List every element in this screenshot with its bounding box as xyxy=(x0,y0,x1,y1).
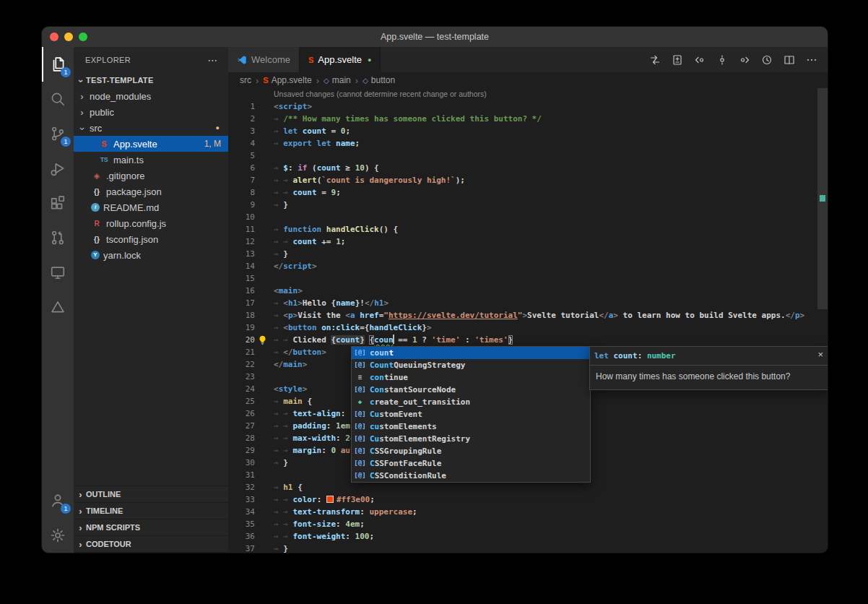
scrollbar[interactable] xyxy=(817,88,828,553)
annotate-icon[interactable] xyxy=(716,54,728,66)
breadcrumb-item-src[interactable]: src xyxy=(240,75,251,85)
breadcrumb-item-main[interactable]: ◇main xyxy=(324,75,351,85)
more-actions-icon[interactable]: ⋯ xyxy=(208,54,218,66)
activity-explorer[interactable]: 1 xyxy=(42,47,74,82)
code-line-17[interactable]: 17→ <h1>Hello {name}!</h1> xyxy=(228,297,828,309)
code-line-33[interactable]: 33→ → color: #ff3e00; xyxy=(228,493,828,506)
tree-item-yarn-lock[interactable]: Yyarn.lock xyxy=(74,247,228,263)
symbol-var-icon: [@] xyxy=(354,433,366,445)
line-number: 23 xyxy=(228,371,255,383)
tab-welcome[interactable]: Welcome xyxy=(228,47,300,72)
code-line-35[interactable]: 35→ → font-size: 4em; xyxy=(228,518,828,530)
code-line-15[interactable]: 15 xyxy=(228,272,828,285)
tree-item-package-json[interactable]: {}package.json xyxy=(74,184,228,199)
history-icon[interactable] xyxy=(761,54,773,66)
line-number: 14 xyxy=(228,260,255,272)
indent-guide: → xyxy=(274,225,283,234)
code-line-36[interactable]: 36→ → font-weight: 100; xyxy=(228,530,828,543)
tree-item-src[interactable]: ›src● xyxy=(74,120,228,136)
activity-search[interactable] xyxy=(42,82,74,116)
code-line-13[interactable]: 13→ } xyxy=(228,248,828,260)
suggest-item-cssgroupingrule[interactable]: [@]CSSGroupingRule xyxy=(352,445,590,457)
code-line-12[interactable]: 12→ → count += 1; xyxy=(228,236,828,248)
more-actions-icon[interactable] xyxy=(806,54,817,66)
lightbulb-icon[interactable] xyxy=(258,335,267,345)
suggest-item-cssfontfacerule[interactable]: [@]CSSFontFaceRule xyxy=(352,457,590,470)
activity-accounts[interactable]: 1 xyxy=(42,483,74,518)
suggest-item-create_out_transition[interactable]: ◆create_out_transition xyxy=(352,396,590,408)
code-line-14[interactable]: 14</script> xyxy=(228,260,828,272)
code-line-2[interactable]: 2→ /** How many times has someone clicke… xyxy=(228,113,828,125)
suggest-item-countqueuingstrategy[interactable]: [@]CountQueuingStrategy xyxy=(352,359,590,371)
breadcrumb-label: App.svelte xyxy=(272,75,312,85)
suggest-item-customelements[interactable]: [@]customElements xyxy=(352,420,590,433)
code-line-16[interactable]: 16<main> xyxy=(228,285,828,297)
indent-guide: → xyxy=(274,323,283,332)
suggest-label: CustomEvent xyxy=(370,408,422,420)
code-line-18[interactable]: 18→ <p>Visit the <a href="https://svelte… xyxy=(228,309,828,322)
panel-npm-scripts[interactable]: ›NPM SCRIPTS xyxy=(74,519,228,536)
tree-item-tsconfig-json[interactable]: {}tsconfig.json xyxy=(74,231,228,247)
breadcrumb-item-button[interactable]: ◇button xyxy=(363,75,395,85)
prev-change-icon[interactable] xyxy=(694,54,706,66)
indent-guide: → xyxy=(274,348,283,357)
code-line-7[interactable]: 7→ → alert(`count is dangerously high!`)… xyxy=(228,174,828,186)
breadcrumb-item-app-svelte[interactable]: SApp.svelte xyxy=(263,75,311,85)
activity-github-pull-requests[interactable] xyxy=(42,220,74,255)
titlebar[interactable]: App.svelte — test-template xyxy=(42,27,828,47)
tree-item-main-ts[interactable]: TSmain.ts xyxy=(74,152,228,168)
panel-timeline[interactable]: ›TIMELINE xyxy=(74,503,228,519)
code-line-8[interactable]: 8→ → count = 9; xyxy=(228,186,828,199)
file-tree: ›node_modules›public›src●SApp.svelte1, M… xyxy=(74,88,228,263)
panel-outline[interactable]: ›OUTLINE xyxy=(74,486,228,503)
code-line-3[interactable]: 3→ let count = 0; xyxy=(228,125,828,137)
suggest-item-customelementregistry[interactable]: [@]CustomElementRegistry xyxy=(352,433,590,445)
panel-codetour[interactable]: ›CODETOUR xyxy=(74,536,228,553)
tree-item--gitignore[interactable]: ◈.gitignore xyxy=(74,168,228,184)
breadcrumb-label: main xyxy=(332,75,351,85)
maximize-button[interactable] xyxy=(79,33,87,41)
suggest-item-customevent[interactable]: [@]CustomEvent xyxy=(352,408,590,420)
activity-source-control[interactable]: 1 xyxy=(42,116,74,151)
tree-item-rollup-config-js[interactable]: Rrollup.config.js xyxy=(74,215,228,231)
code-line-32[interactable]: 32→ h1 { xyxy=(228,481,828,493)
activity-settings[interactable] xyxy=(42,518,74,553)
code-line-10[interactable]: 10 xyxy=(228,211,828,223)
suggest-item-count[interactable]: [@]count xyxy=(352,347,590,359)
tree-item-app-svelte[interactable]: SApp.svelte1, M xyxy=(74,136,228,152)
tab-app-svelte[interactable]: SApp.svelte● xyxy=(300,47,381,72)
codelens[interactable]: Unsaved changes (cannot determine recent… xyxy=(228,88,828,100)
code-line-11[interactable]: 11→ function handleClick() { xyxy=(228,223,828,236)
suggest-item-continue[interactable]: ≡continue xyxy=(352,371,590,384)
open-changes-icon[interactable] xyxy=(672,54,683,66)
compare-icon[interactable] xyxy=(649,54,661,66)
close-icon[interactable]: × xyxy=(817,350,823,359)
minimize-button[interactable] xyxy=(64,33,73,41)
close-button[interactable] xyxy=(50,33,58,41)
code-line-37[interactable]: 37→ } xyxy=(228,543,828,553)
section-test-template[interactable]: › TEST-TEMPLATE xyxy=(74,72,228,88)
code-text: → </button> xyxy=(274,346,326,358)
activity-remote-explorer[interactable] xyxy=(42,255,74,290)
suggest-item-constantsourcenode[interactable]: [@]ConstantSourceNode xyxy=(352,384,590,396)
code-line-1[interactable]: 1<script> xyxy=(228,100,828,113)
split-editor-icon[interactable] xyxy=(784,54,795,66)
triangle-icon xyxy=(50,299,66,315)
next-change-icon[interactable] xyxy=(739,54,750,66)
tree-item-public[interactable]: ›public xyxy=(74,104,228,120)
code-line-20[interactable]: 20→ → Clicked {count} {coun == 1 ? 'time… xyxy=(228,334,828,346)
code-line-9[interactable]: 9→ } xyxy=(228,199,828,211)
activity-azure[interactable] xyxy=(42,290,74,324)
tree-item-readme-md[interactable]: iREADME.md xyxy=(74,199,228,215)
tree-item-node-modules[interactable]: ›node_modules xyxy=(74,88,228,104)
code-editor[interactable]: Unsaved changes (cannot determine recent… xyxy=(228,88,828,553)
indent-guide: → → xyxy=(274,446,293,455)
activity-run-debug[interactable] xyxy=(42,151,74,186)
activity-extensions[interactable] xyxy=(42,186,74,220)
code-line-5[interactable]: 5 xyxy=(228,150,828,162)
code-line-4[interactable]: 4→ export let name; xyxy=(228,137,828,150)
suggest-item-cssconditionrule[interactable]: [@]CSSConditionRule xyxy=(352,470,590,482)
code-line-6[interactable]: 6→ $: if (count ≥ 10) { xyxy=(228,162,828,174)
code-line-34[interactable]: 34→ → text-transform: uppercase; xyxy=(228,506,828,518)
code-line-19[interactable]: 19→ <button on:click={handleClick}> xyxy=(228,322,828,334)
